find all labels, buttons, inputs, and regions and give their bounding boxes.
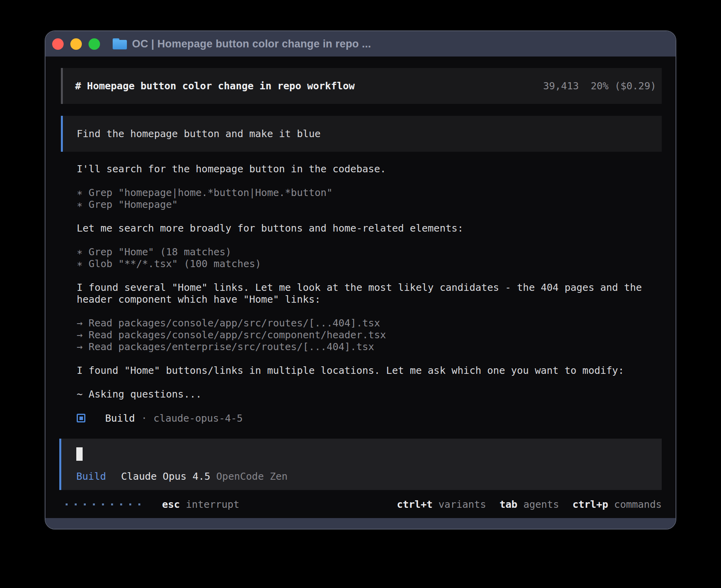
editor-model[interactable]: Claude Opus 4.5 [121,471,210,482]
spinner-dot [93,503,95,505]
editor-agent[interactable]: Build [76,471,106,482]
tool-call-line: → Read packages/console/app/src/routes/[… [77,317,662,329]
hint-agents: tab agents [500,499,559,510]
spinner-dots [66,503,140,505]
conversation: I'll search for the homepage button in t… [61,163,662,400]
hint-commands: ctrl+p commands [572,499,662,510]
message-block: I found "Home" buttons/links in multiple… [77,365,662,377]
minimize-button[interactable] [70,38,82,50]
prompt-input[interactable]: Build Claude Opus 4.5 OpenCode Zen [59,439,662,490]
assistant-text-line: I found "Home" buttons/links in multiple… [77,365,662,377]
titlebar[interactable]: OC | Homepage button color change in rep… [45,31,676,57]
agent-separator: · [141,413,147,424]
assistant-text-line: ~ Asking questions... [77,388,662,400]
tool-call-line: ∗ Grep "Home" (18 matches) [77,246,662,258]
spinner-dot [129,503,131,505]
spinner-dot [102,503,104,505]
agent-status-row: Build · claude-opus-4-5 [61,412,662,424]
editor-provider: OpenCode Zen [216,471,288,482]
message-block: → Read packages/console/app/src/routes/[… [77,317,662,353]
message-block: ~ Asking questions... [77,388,662,400]
statusbar: esc interrupt ctrl+t variants tab agents… [61,498,662,510]
message-block: ∗ Grep "homepage|home.*button|Home.*butt… [77,187,662,211]
message-block: I found several "Home" links. Let me loo… [77,282,662,305]
user-message: Find the homepage button and make it blu… [61,116,662,152]
agent-model-id: claude-opus-4-5 [153,413,243,424]
terminal-window: OC | Homepage button color change in rep… [45,30,676,530]
token-count: 39,413 [543,80,579,92]
session-stats: 39,413 20% ($0.29) [543,80,656,92]
user-message-text: Find the homepage button and make it blu… [77,128,321,139]
assistant-text-line: header component which have "Home" links… [77,294,662,305]
esc-key: esc [162,499,180,510]
spinner-dot [120,503,122,505]
spinner-dot [75,503,77,505]
statusbar-shortcuts: ctrl+t variants tab agents ctrl+p comman… [397,499,662,510]
session-title: # Homepage button color change in repo w… [75,80,355,92]
spinner-dot [84,503,86,505]
message-block: Let me search more broadly for buttons a… [77,222,662,234]
build-agent-icon [77,414,85,422]
zoom-button[interactable] [89,38,100,50]
assistant-text-line: I'll search for the homepage button in t… [77,163,662,175]
spinner-dot [138,503,140,505]
window-title: OC | Homepage button color change in rep… [132,38,371,50]
session-header: # Homepage button color change in repo w… [61,68,662,104]
hint-interrupt: esc interrupt [162,499,240,510]
close-button[interactable] [52,38,64,50]
window-bottom-strip [45,518,676,529]
hint-variants: ctrl+t variants [397,499,486,510]
folder-icon [113,38,127,49]
tool-call-line: ∗ Grep "Homepage" [77,199,662,211]
message-block: I'll search for the homepage button in t… [77,163,662,175]
tool-call-line: → Read packages/console/app/src/componen… [77,329,662,341]
message-block: ∗ Grep "Home" (18 matches)∗ Glob "**/*.t… [77,246,662,270]
tool-call-line: ∗ Glob "**/*.tsx" (100 matches) [77,258,662,270]
text-cursor [76,447,83,461]
assistant-text-line: I found several "Home" links. Let me loo… [77,282,662,294]
tool-call-line: → Read packages/enterprise/src/routes/[.… [77,341,662,353]
window-controls [52,38,100,50]
assistant-text-line: Let me search more broadly for buttons a… [77,222,662,234]
context-usage: 20% ($0.29) [591,80,656,92]
spinner-dot [66,503,68,505]
spinner-dot [111,503,113,505]
esc-label: interrupt [180,499,240,510]
agent-name: Build [105,413,135,424]
tool-call-line: ∗ Grep "homepage|home.*button|Home.*butt… [77,187,662,199]
editor-meta: Build Claude Opus 4.5 OpenCode Zen [76,470,654,482]
